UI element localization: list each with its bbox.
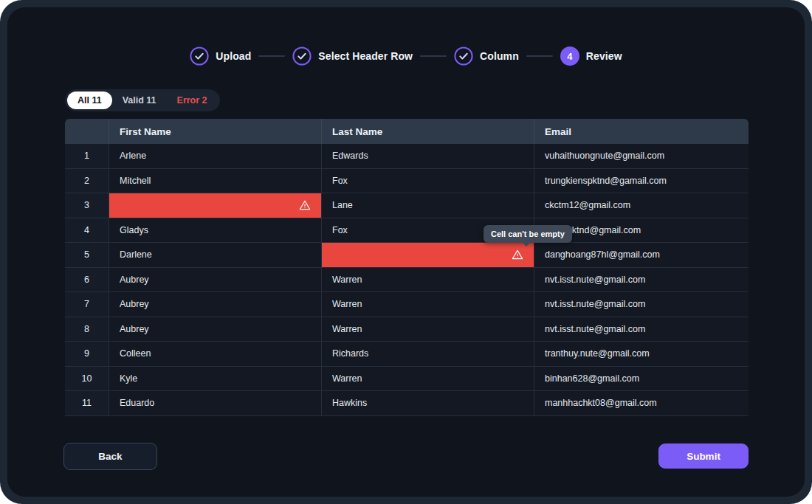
row-number: 3 [65,193,109,218]
error-cell-last_name[interactable] [322,243,534,267]
row-number: 10 [65,367,109,391]
tab-all-11[interactable]: All 11 [67,92,112,109]
cell-first_name[interactable]: Mitchell [109,169,322,193]
cell-last_name[interactable]: Lane [322,193,534,218]
stepper-step-select-header-row[interactable]: Select Header Row [292,46,413,66]
cell-email[interactable]: vuhaithuongnute@gmail.com [534,144,749,168]
submit-button[interactable]: Submit [658,443,749,469]
cell-first_name[interactable]: Kyle [109,367,322,391]
cell-first_name[interactable]: Aubrey [109,268,322,292]
column-header-last-name: Last Name [322,119,534,144]
stepper-step-review[interactable]: 4Review [560,46,622,66]
filter-tabs: All 11Valid 11Error 2 [65,89,220,111]
table-row: 5Darlenedanghoang87hl@gmail.com [65,243,749,268]
cell-last_name[interactable]: Hawkins [322,391,534,415]
cell-email[interactable]: nvt.isst.nute@gmail.com [534,268,749,292]
row-number: 8 [65,317,109,342]
cell-email[interactable]: ckctm12@gmail.com [534,193,749,218]
table-row: 8AubreyWarrennvt.isst.nute@gmail.com [65,317,749,342]
table-row: 10KyleWarrenbinhan628@gmail.com [65,367,749,392]
error-tooltip-text: Cell can't be empty [491,229,565,238]
step-label: Upload [216,50,251,62]
table-row: 2MitchellFoxtrungkienspktnd@gamail.com [65,169,749,194]
warning-triangle-icon [299,199,311,211]
row-number: 1 [65,144,109,168]
warning-triangle-icon [512,249,523,260]
stepper-connector [526,55,553,57]
step-label: Select Header Row [318,50,413,62]
check-circle-icon [454,46,473,66]
row-number: 7 [65,292,109,317]
cell-email[interactable]: nvt.isst.nute@gmail.com [534,292,749,317]
error-cell-first_name[interactable] [109,193,322,218]
cell-first_name[interactable]: Colleen [109,342,322,366]
table-row: 6AubreyWarrennvt.isst.nute@gmail.com [65,268,749,293]
stepper-step-column[interactable]: Column [454,46,519,66]
tab-valid-11[interactable]: Valid 11 [112,92,167,109]
cell-last_name[interactable]: Fox [322,169,534,193]
stepper-step-upload[interactable]: Upload [190,46,251,66]
cell-email[interactable]: binhan628@gmail.com [534,367,749,391]
error-tooltip: Cell can't be empty [484,225,572,243]
row-number: 11 [65,391,109,415]
table-row: 3Laneckctm12@gmail.com [65,193,749,218]
step-label: Review [586,50,622,62]
check-circle-icon [292,46,312,66]
cell-last_name[interactable]: Warren [322,292,534,317]
current-step-number: 4 [560,46,579,66]
table-body: 1ArleneEdwardsvuhaithuongnute@gmail.com2… [65,144,749,416]
cell-first_name[interactable]: Aubrey [109,317,322,342]
cell-first_name[interactable]: Eduardo [109,391,322,415]
cell-first_name[interactable]: Aubrey [109,292,322,317]
stepper-connector [420,55,447,57]
cell-email[interactable]: tranthuy.nute@gmail.com [534,342,749,366]
row-number: 2 [65,169,109,193]
tab-error-2[interactable]: Error 2 [167,92,218,109]
table-header-row: First NameLast NameEmail [65,119,749,144]
cell-email[interactable]: manhhachkt08@gmail.com [534,391,749,415]
column-header-email: Email [534,119,749,144]
review-table: First NameLast NameEmail 1ArleneEdwardsv… [65,119,749,416]
tooltip-arrow-icon [522,242,531,246]
row-number-header [65,119,109,144]
cell-first_name[interactable]: Gladys [109,218,322,243]
cell-first_name[interactable]: Arlene [109,144,322,168]
row-number: 9 [65,342,109,366]
column-header-first-name: First Name [109,119,322,144]
cell-last_name[interactable]: Edwards [322,144,534,168]
wizard-stepper: UploadSelect Header RowColumn4Review [7,46,805,66]
row-number: 4 [65,218,109,243]
cell-email[interactable]: danghoang87hl@gmail.com [534,243,749,267]
table-row: 11EduardoHawkinsmanhhachkt08@gmail.com [65,391,749,416]
step-label: Column [480,50,519,62]
app-frame: UploadSelect Header RowColumn4Review All… [0,0,812,504]
cell-last_name[interactable]: Warren [322,268,534,292]
cell-last_name[interactable]: Warren [322,317,534,342]
row-number: 6 [65,268,109,292]
table-row: 7AubreyWarrennvt.isst.nute@gmail.com [65,292,749,317]
table-row: 4GladysFoxnlapspktnd@gmail.com [65,218,749,244]
stepper-connector [258,55,285,57]
cell-first_name[interactable]: Darlene [109,243,322,267]
check-circle-icon [190,46,209,66]
cell-last_name[interactable]: Warren [322,367,534,391]
cell-last_name[interactable]: Richards [322,342,534,366]
cell-email[interactable]: trungkienspktnd@gamail.com [534,169,749,193]
row-number: 5 [65,243,109,267]
table-row: 1ArleneEdwardsvuhaithuongnute@gmail.com [65,144,749,169]
back-button[interactable]: Back [63,443,157,470]
table-row: 9ColleenRichardstranthuy.nute@gmail.com [65,342,749,367]
import-review-panel: UploadSelect Header RowColumn4Review All… [7,7,805,497]
cell-email[interactable]: nvt.isst.nute@gmail.com [534,317,749,342]
